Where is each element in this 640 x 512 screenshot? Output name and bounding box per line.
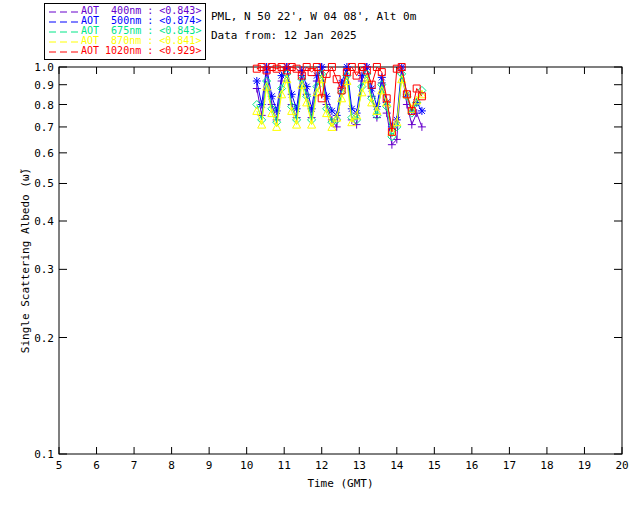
y-tick-label: 0.3 — [34, 263, 54, 276]
x-tick-label: 16 — [465, 459, 478, 472]
y-tick-label: 0.7 — [34, 121, 54, 134]
x-tick-label: 17 — [503, 459, 516, 472]
x-tick-label: 8 — [168, 459, 175, 472]
x-tick-label: 6 — [93, 459, 100, 472]
x-tick-label: 13 — [353, 459, 366, 472]
x-tick-label: 9 — [206, 459, 213, 472]
x-tick-label: 5 — [56, 459, 63, 472]
y-tick-label: 1.0 — [34, 61, 54, 74]
y-axis-title: Single Scattering Albedo (ω̃) — [19, 168, 32, 353]
y-tick-label: 0.2 — [34, 332, 54, 345]
axes — [59, 67, 622, 454]
x-tick-label: 12 — [315, 459, 328, 472]
plot-frame — [59, 67, 622, 454]
y-tick-label: 0.4 — [34, 215, 54, 228]
x-axis: 567891011121314151617181920Time (GMT) — [56, 67, 629, 490]
x-tick-label: 10 — [240, 459, 253, 472]
y-tick-label: 0.8 — [34, 99, 54, 112]
ssa-plot-page: AOT 400nm : <0.843>AOT 500nm : <0.874>AO… — [0, 0, 640, 512]
y-tick-label: 0.9 — [34, 79, 54, 92]
x-tick-label: 19 — [578, 459, 591, 472]
x-tick-label: 15 — [428, 459, 441, 472]
y-tick-label: 0.5 — [34, 177, 54, 190]
ssa-chart: 567891011121314151617181920Time (GMT)1.0… — [0, 0, 640, 512]
chart-area: 567891011121314151617181920Time (GMT)1.0… — [0, 0, 640, 512]
y-tick-label: 0.1 — [34, 448, 54, 461]
x-tick-label: 7 — [131, 459, 138, 472]
x-tick-label: 18 — [540, 459, 553, 472]
x-axis-title: Time (GMT) — [307, 477, 373, 490]
x-tick-label: 20 — [615, 459, 628, 472]
y-axis: 1.00.90.80.70.60.50.40.30.20.1Single Sca… — [19, 61, 622, 461]
x-tick-label: 14 — [390, 459, 404, 472]
x-tick-label: 11 — [278, 459, 291, 472]
y-tick-label: 0.6 — [34, 147, 54, 160]
